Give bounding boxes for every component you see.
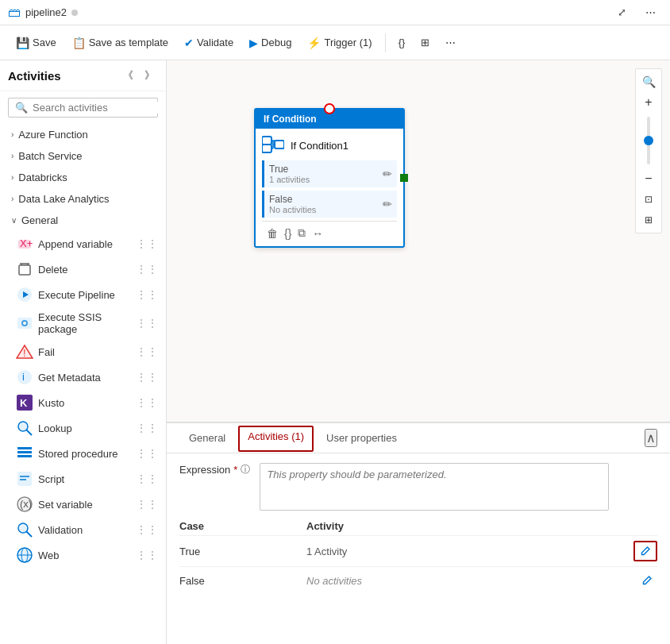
pipeline-title: pipeline2 bbox=[25, 6, 67, 18]
tab-general[interactable]: General bbox=[179, 426, 235, 452]
save-icon: 💾 bbox=[16, 37, 29, 49]
sidebar-item-execute-ssis[interactable]: Execute SSIS package ⋮⋮ bbox=[0, 307, 166, 339]
true-branch[interactable]: True 1 activities ✏ bbox=[262, 160, 397, 187]
zoom-slider-thumb bbox=[644, 136, 653, 145]
sidebar-category-general[interactable]: ∨ General bbox=[0, 210, 166, 231]
chevron-right-icon: › bbox=[11, 130, 13, 139]
script-icon bbox=[16, 470, 33, 488]
table-view-button[interactable]: ⊞ bbox=[414, 33, 436, 52]
case-true-label: True bbox=[179, 546, 306, 557]
zoom-controls: 🔍 + − ⊡ ⊞ bbox=[635, 68, 662, 233]
debug-button[interactable]: ▶ Debug bbox=[243, 33, 298, 52]
zoom-in-btn[interactable]: + bbox=[639, 93, 658, 112]
edit-false-branch-btn[interactable]: ✏ bbox=[383, 198, 392, 210]
sidebar: Activities 《 》 🔍 › Azure Function › Batc… bbox=[0, 60, 167, 644]
node-connector-top bbox=[324, 103, 335, 114]
fail-icon: ! bbox=[16, 343, 33, 361]
svg-point-14 bbox=[17, 370, 32, 384]
sidebar-item-kusto[interactable]: K Kusto ⋮⋮ bbox=[0, 390, 166, 415]
drag-handle-icon: ⋮⋮ bbox=[136, 263, 158, 276]
sidebar-item-validation[interactable]: Validation ⋮⋮ bbox=[0, 517, 166, 542]
debug-icon: ▶ bbox=[249, 37, 258, 49]
execute-pipeline-icon bbox=[16, 286, 33, 303]
panel-collapse-btn[interactable]: ∧ bbox=[645, 429, 657, 447]
svg-rect-35 bbox=[275, 141, 284, 148]
sidebar-collapse-btn[interactable]: 《 bbox=[120, 67, 137, 84]
delete-icon bbox=[16, 260, 33, 278]
delete-node-btn[interactable]: 🗑 bbox=[267, 227, 278, 240]
search-box[interactable]: 🔍 bbox=[8, 98, 158, 118]
grid-btn[interactable]: ⊞ bbox=[639, 210, 658, 229]
svg-line-29 bbox=[26, 531, 32, 537]
sidebar-item-fail[interactable]: ! Fail ⋮⋮ bbox=[0, 339, 166, 364]
node-connector-right bbox=[400, 174, 408, 182]
case-false-label: False bbox=[179, 575, 306, 587]
unsaved-dot bbox=[71, 10, 78, 16]
zoom-out-btn[interactable]: − bbox=[639, 169, 658, 188]
fit-view-btn[interactable]: ⊡ bbox=[639, 190, 658, 209]
drag-handle-icon: ⋮⋮ bbox=[136, 447, 158, 460]
sidebar-category-data-lake-analytics[interactable]: › Data Lake Analytics bbox=[0, 188, 166, 210]
sidebar-expand-btn[interactable]: 》 bbox=[141, 67, 158, 84]
canvas-area: If Condition bbox=[167, 60, 670, 644]
trigger-button[interactable]: ⚡ Trigger (1) bbox=[301, 33, 378, 52]
edit-false-activity-btn[interactable] bbox=[637, 572, 657, 589]
kusto-icon: K bbox=[16, 394, 33, 411]
sidebar-item-stored-procedure[interactable]: Stored procedure ⋮⋮ bbox=[0, 441, 166, 466]
validate-button[interactable]: ✔ Validate bbox=[178, 33, 240, 52]
search-input[interactable] bbox=[33, 102, 166, 114]
trigger-icon: ⚡ bbox=[307, 37, 321, 49]
sidebar-category-batch-service[interactable]: › Batch Service bbox=[0, 145, 166, 167]
validate-icon: ✔ bbox=[184, 37, 194, 49]
sidebar-item-web[interactable]: Web ⋮⋮ bbox=[0, 542, 166, 568]
edit-true-branch-btn[interactable]: ✏ bbox=[383, 168, 392, 180]
code-view-button[interactable]: {} bbox=[392, 33, 412, 52]
copy-node-btn[interactable]: ⧉ bbox=[298, 226, 306, 240]
validation-icon bbox=[16, 521, 33, 538]
pipeline-canvas[interactable]: If Condition bbox=[167, 60, 670, 422]
sidebar-item-set-variable[interactable]: (x) Set variable ⋮⋮ bbox=[0, 492, 166, 517]
title-bar-right: ⤢ ⋯ bbox=[611, 3, 662, 21]
drag-handle-icon: ⋮⋮ bbox=[136, 422, 158, 434]
tab-activities[interactable]: Activities (1) bbox=[238, 426, 314, 452]
connect-node-btn[interactable]: ↔ bbox=[312, 227, 323, 240]
append-variable-icon: X+ bbox=[16, 235, 33, 253]
sidebar-item-execute-pipeline[interactable]: Execute Pipeline ⋮⋮ bbox=[0, 282, 166, 307]
sidebar-category-azure-function[interactable]: › Azure Function bbox=[0, 124, 166, 145]
sidebar-item-lookup[interactable]: Lookup ⋮⋮ bbox=[0, 415, 166, 441]
save-as-template-button[interactable]: 📋 Save as template bbox=[66, 33, 175, 52]
if-condition-node[interactable]: If Condition bbox=[254, 108, 405, 248]
false-branch[interactable]: False No activities ✏ bbox=[262, 191, 397, 218]
toolbar-more-button[interactable]: ⋯ bbox=[439, 33, 462, 52]
chevron-right-icon: › bbox=[11, 173, 13, 182]
sidebar-icons: 《 》 bbox=[120, 67, 158, 84]
drag-handle-icon: ⋮⋮ bbox=[136, 549, 158, 561]
expression-textarea[interactable] bbox=[260, 463, 609, 511]
canvas-search-btn[interactable]: 🔍 bbox=[639, 72, 658, 91]
svg-text:K: K bbox=[20, 397, 28, 409]
panel-content: Expression * ⓘ Case Activity True 1 Acti… bbox=[167, 453, 670, 644]
title-bar-more-btn[interactable]: ⋯ bbox=[639, 3, 662, 21]
drag-handle-icon: ⋮⋮ bbox=[136, 288, 158, 301]
chevron-right-icon: › bbox=[11, 195, 13, 203]
panel-tabs-left: General Activities (1) User properties bbox=[179, 426, 406, 451]
search-icon: 🔍 bbox=[15, 102, 28, 114]
toolbar: 💾 Save 📋 Save as template ✔ Validate ▶ D… bbox=[0, 25, 670, 60]
edit-true-activity-btn[interactable] bbox=[633, 541, 657, 561]
title-bar-expand-btn[interactable]: ⤢ bbox=[611, 3, 633, 21]
sidebar-category-databricks[interactable]: › Databricks bbox=[0, 167, 166, 188]
chevron-down-icon: ∨ bbox=[11, 216, 17, 225]
code-node-btn[interactable]: {} bbox=[284, 227, 291, 240]
svg-rect-23 bbox=[17, 472, 32, 486]
title-bar-left: 🗃 pipeline2 bbox=[8, 6, 78, 20]
pencil-icon bbox=[641, 575, 653, 586]
save-button[interactable]: 💾 Save bbox=[10, 33, 63, 52]
drag-handle-icon: ⋮⋮ bbox=[136, 396, 158, 409]
table-row: True 1 Activity bbox=[179, 535, 657, 566]
sidebar-item-script[interactable]: Script ⋮⋮ bbox=[0, 466, 166, 492]
sidebar-item-get-metadata[interactable]: i Get Metadata ⋮⋮ bbox=[0, 364, 166, 390]
tab-user-properties[interactable]: User properties bbox=[317, 426, 406, 452]
svg-point-10 bbox=[23, 322, 26, 325]
sidebar-item-delete[interactable]: Delete ⋮⋮ bbox=[0, 256, 166, 282]
sidebar-item-append-variable[interactable]: X+ Append variable ⋮⋮ bbox=[0, 231, 166, 256]
